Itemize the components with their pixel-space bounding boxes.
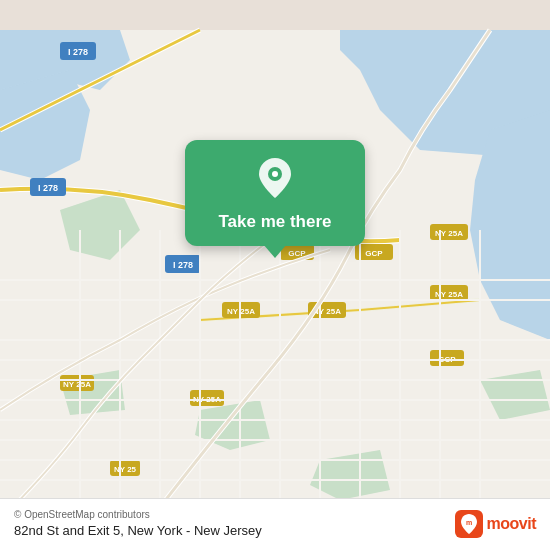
location-info: © OpenStreetMap contributors 82nd St and… bbox=[14, 509, 262, 538]
svg-text:I 278: I 278 bbox=[173, 260, 193, 270]
moovit-brand-icon: m bbox=[455, 510, 483, 538]
bottom-bar: © OpenStreetMap contributors 82nd St and… bbox=[0, 498, 550, 550]
svg-text:NY 25A: NY 25A bbox=[227, 307, 255, 316]
location-pin-icon bbox=[257, 156, 293, 204]
svg-text:GCP: GCP bbox=[365, 249, 383, 258]
moovit-brand-name: moovit bbox=[487, 515, 536, 533]
svg-text:NY 25A: NY 25A bbox=[63, 380, 91, 389]
take-me-there-button[interactable]: Take me there bbox=[218, 212, 331, 232]
svg-text:I 278: I 278 bbox=[68, 47, 88, 57]
svg-text:m: m bbox=[465, 519, 471, 526]
svg-point-60 bbox=[272, 171, 278, 177]
moovit-logo: m moovit bbox=[455, 510, 536, 538]
svg-text:I 278: I 278 bbox=[38, 183, 58, 193]
map-container: I 278 I 278 I 278 NY 25A NY 25A NY 25A G… bbox=[0, 0, 550, 550]
map-attribution: © OpenStreetMap contributors bbox=[14, 509, 262, 520]
svg-text:NY 25: NY 25 bbox=[114, 465, 137, 474]
location-name: 82nd St and Exit 5, New York - New Jerse… bbox=[14, 523, 262, 538]
take-me-there-card[interactable]: Take me there bbox=[185, 140, 365, 246]
map-background: I 278 I 278 I 278 NY 25A NY 25A NY 25A G… bbox=[0, 0, 550, 550]
